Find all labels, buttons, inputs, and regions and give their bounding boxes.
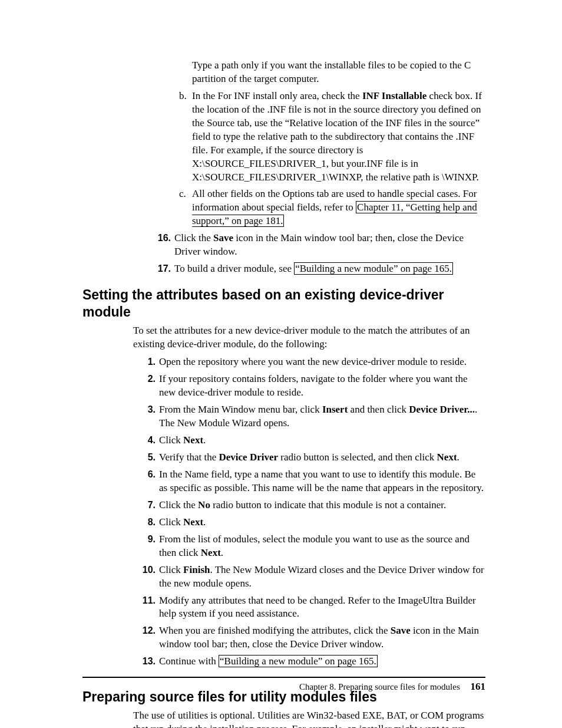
step-4: 4. Click Next.: [159, 434, 485, 447]
text: and then click: [348, 404, 409, 415]
bold-text: Insert: [322, 404, 348, 415]
footer-page-number: 161: [471, 681, 486, 692]
step-number: 9.: [135, 533, 156, 546]
bold-text: No: [198, 499, 210, 510]
step-5: 5. Verify that the Device Driver radio b…: [159, 451, 485, 465]
text: Click the: [174, 232, 213, 243]
substep-label: c.: [179, 187, 186, 201]
text: radio button to indicate that this modul…: [210, 499, 446, 510]
step-number: 3.: [135, 403, 156, 416]
step-number: 12.: [135, 624, 156, 637]
cross-reference-link[interactable]: “Building a new module” on page 165.: [294, 262, 453, 275]
text: Verify that the: [159, 452, 219, 463]
text: To build a driver module, see: [174, 263, 294, 274]
step-8: 8. Click Next.: [159, 516, 485, 529]
cross-reference-link[interactable]: “Building a new module” on page 165.: [219, 655, 378, 667]
text: Click the: [159, 499, 198, 510]
step-9: 9. From the list of modules, select the …: [159, 533, 485, 560]
step-number: 5.: [135, 451, 156, 464]
text: check box. If the location of the .INF f…: [192, 90, 482, 183]
step-17: 17. To build a driver module, see “Build…: [174, 262, 485, 276]
bold-text: Next: [437, 452, 457, 463]
footer-chapter: Chapter 8. Preparing source files for mo…: [299, 682, 460, 691]
text: Click: [159, 434, 183, 446]
substep-label: b.: [179, 90, 187, 103]
step-16: 16. Click the Save icon in the Main wind…: [174, 232, 485, 259]
page-footer: Chapter 8. Preparing source files for mo…: [299, 681, 485, 693]
step-10: 10. Click Finish. The New Module Wizard …: [159, 564, 485, 591]
step-number: 1.: [135, 355, 156, 368]
bold-text: Next: [183, 516, 203, 528]
intro-paragraph: To set the attributes for a new device-d…: [133, 324, 485, 351]
step-number: 10.: [135, 564, 156, 577]
bold-text: INF Installable: [362, 90, 427, 101]
step-7: 7. Click the No radio button to indicate…: [159, 499, 485, 512]
bold-text: Next: [183, 434, 203, 446]
step-6: 6. In the Name field, type a name that y…: [159, 468, 485, 495]
step-number: 2.: [135, 373, 156, 386]
text: radio button is selected, and then click: [278, 452, 437, 463]
substep-b: b. In the For INF install only area, che…: [192, 90, 485, 185]
bold-text: Device Driver...: [409, 404, 475, 415]
step-1: 1. Open the repository where you want th…: [159, 355, 485, 369]
text: Click: [159, 564, 183, 575]
text: .: [221, 547, 223, 558]
step-number: 11.: [135, 594, 156, 607]
step-number: 4.: [135, 434, 156, 447]
intro-paragraph: The use of utilities is optional. Utilit…: [133, 709, 485, 728]
substep-c: c. All other fields on the Options tab a…: [192, 187, 485, 228]
section-divider: [82, 677, 485, 678]
text: Continue with: [159, 655, 219, 667]
step-number: 16.: [151, 232, 171, 245]
step-11: 11. Modify any attributes that need to b…: [159, 594, 485, 621]
step-3: 3. From the Main Window menu bar, click …: [159, 403, 485, 430]
step-number: 8.: [135, 516, 156, 529]
text: When you are finished modifying the attr…: [159, 625, 391, 636]
text: Open the repository where you want the n…: [159, 356, 467, 367]
continuation-text: Type a path only if you want the install…: [192, 59, 485, 86]
bold-text: Next: [201, 547, 221, 558]
text: .: [203, 516, 206, 528]
step-number: 6.: [135, 468, 156, 481]
text: In the Name field, type a name that you …: [159, 469, 484, 493]
text: Modify any attributes that need to be ch…: [159, 595, 476, 620]
text: .: [203, 434, 206, 446]
text: If your repository contains folders, nav…: [159, 373, 468, 398]
step-13: 13. Continue with “Building a new module…: [159, 655, 485, 668]
text: In the For INF install only area, check …: [192, 90, 362, 101]
text: .: [457, 452, 459, 463]
step-number: 17.: [151, 262, 171, 275]
section-heading: Setting the attributes based on an exist…: [82, 286, 485, 321]
text: From the Main Window menu bar, click: [159, 404, 322, 415]
step-2: 2. If your repository contains folders, …: [159, 373, 485, 400]
bold-text: Finish: [183, 564, 210, 575]
step-12: 12. When you are finished modifying the …: [159, 624, 485, 651]
text: Click: [159, 516, 183, 528]
bold-text: Save: [213, 232, 233, 243]
page-content: Type a path only if you want the install…: [82, 59, 485, 728]
step-number: 13.: [135, 655, 156, 668]
bold-text: Save: [391, 625, 411, 636]
step-number: 7.: [135, 499, 156, 512]
bold-text: Device Driver: [219, 452, 279, 463]
